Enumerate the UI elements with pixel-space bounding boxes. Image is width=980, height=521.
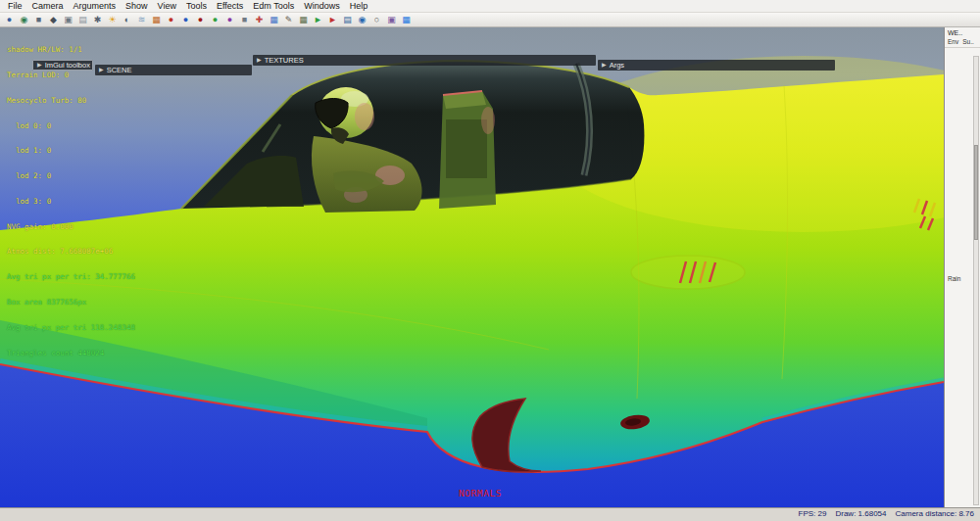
debug-line: Atmos dist: 7.668087e+06 (7, 248, 135, 257)
document-icon[interactable]: ▤ (76, 14, 89, 26)
menu-view[interactable]: View (153, 0, 181, 12)
textures-panel-header[interactable]: ▶ TEXTURES (253, 55, 596, 66)
application-window: File Camera Arguments Show View Tools Ef… (0, 0, 980, 521)
draw-time: Draw: 1.68054 (835, 508, 886, 521)
grid-blue-icon[interactable]: ▦ (400, 14, 413, 26)
fog-icon[interactable]: ≋ (135, 14, 148, 26)
chevron-right-icon: ▶ (99, 65, 104, 75)
right-side-panel: WE.. Env Su.. Rain (944, 26, 980, 508)
debug-line: lod 0: 0 (7, 122, 135, 131)
tab-su[interactable]: Su.. (962, 38, 974, 45)
flag-red-icon[interactable]: ► (326, 14, 339, 26)
menu-tools[interactable]: Tools (181, 0, 212, 12)
status-bar: FPS: 29 Draw: 1.68054 Camera distance: 8… (0, 507, 980, 521)
scrollbar-thumb[interactable] (974, 145, 978, 240)
textures-panel-label: TEXTURES (265, 55, 304, 66)
chevron-right-icon: ▶ (602, 60, 607, 71)
record-icon[interactable]: ● (194, 14, 207, 26)
debug-line: NVG gain: 0.000 (7, 223, 135, 232)
chevron-right-icon: ▶ (37, 60, 42, 71)
world-icon[interactable]: ◉ (356, 14, 368, 26)
debug-line: Triangles count 448024 (7, 350, 135, 358)
menu-bar: File Camera Arguments Show View Tools Ef… (0, 0, 980, 13)
menu-camera[interactable]: Camera (27, 0, 69, 12)
camera-icon[interactable]: ◆ (47, 14, 60, 26)
toolbar: ● ◉ ■ ◆ ▣ ▤ ✱ ☀ ◐ ≋ ▦ ● ● ● ● ● ■ ✚ ▦ ✎ … (0, 13, 980, 27)
edit-pencil-icon[interactable]: ✎ (282, 14, 295, 26)
grid-icon[interactable]: ▦ (268, 14, 280, 26)
fps-counter: FPS: 29 (799, 508, 827, 521)
debug-line: shadow HR/LW: 1/1 (7, 46, 135, 55)
debug-line: lod 2: 0 (7, 172, 135, 181)
cube-icon[interactable]: ■ (238, 14, 251, 26)
screenshot-icon[interactable]: ▣ (62, 14, 74, 26)
debug-line: Avg tri px per tri: 34.777766 (7, 273, 135, 282)
sun-light-icon[interactable]: ☀ (106, 14, 119, 26)
aircraft-normals-render (0, 26, 944, 508)
menu-windows[interactable]: Windows (299, 0, 345, 12)
render-mode-label: NORMALS (419, 488, 541, 498)
debug-line: Avg tri px per tri 118.248348 (7, 324, 135, 333)
imgui-toolbox-label: ImGui toolbox (45, 60, 90, 71)
imgui-toolbox-header[interactable]: ▶ ImGui toolbox (32, 60, 93, 71)
save-icon[interactable]: ■ (32, 14, 45, 26)
debug-line: Mesocyclo Turb: 80 (7, 97, 135, 106)
menu-file[interactable]: File (3, 0, 27, 12)
right-panel-scrollbar[interactable] (973, 56, 979, 505)
ejection-seat (439, 91, 496, 209)
chart-icon[interactable]: ▤ (341, 14, 354, 26)
material-icon[interactable]: ● (209, 14, 221, 26)
menu-edm-tools[interactable]: Edm Tools (248, 0, 299, 12)
3d-viewport[interactable]: shadow HR/LW: 1/1 Terrain LOD: 0 Mesocyc… (0, 26, 944, 508)
axes-icon[interactable]: ✚ (253, 14, 266, 26)
camera-distance: Camera distance: 8.76 (896, 508, 975, 521)
flag-green-icon[interactable]: ► (312, 14, 324, 26)
chevron-right-icon: ▶ (257, 55, 262, 66)
play-icon[interactable]: ● (179, 14, 192, 26)
menu-help[interactable]: Help (345, 0, 373, 12)
menu-effects[interactable]: Effects (212, 0, 248, 12)
right-panel-title: WE.. (945, 26, 980, 37)
rain-item-label[interactable]: Rain (948, 275, 960, 282)
scene-panel-header[interactable]: ▶ SCENE (95, 65, 252, 75)
menu-show[interactable]: Show (121, 0, 153, 12)
args-panel-label: Args (610, 60, 624, 71)
tab-env[interactable]: Env (948, 38, 958, 45)
settings-gear-icon[interactable]: ✱ (91, 14, 104, 26)
search-icon[interactable]: ○ (370, 14, 383, 26)
right-panel-tabs: Env Su.. (945, 37, 980, 48)
debug-stats-overlay: shadow HR/LW: 1/1 Terrain LOD: 0 Mesocyc… (7, 29, 135, 374)
layers-icon[interactable]: ▣ (385, 14, 398, 26)
sphere-purple-icon[interactable]: ● (223, 14, 236, 26)
shadow-icon[interactable]: ◐ (121, 14, 133, 26)
scene-panel-label: SCENE (107, 65, 132, 75)
wireframe-icon[interactable]: ▦ (297, 14, 310, 26)
stop-icon[interactable]: ● (165, 14, 177, 26)
debug-line: lod 3: 0 (7, 198, 135, 207)
debug-line: Box area 8377656px (7, 299, 135, 308)
fuselage-side-pod (631, 256, 745, 289)
scene-sphere-icon[interactable]: ● (3, 14, 16, 26)
palette-icon[interactable]: ▦ (150, 14, 163, 26)
debug-line: lod 1: 0 (7, 147, 135, 156)
globe-icon[interactable]: ◉ (18, 14, 30, 26)
menu-arguments[interactable]: Arguments (69, 0, 122, 12)
args-panel-header[interactable]: ▶ Args (598, 60, 835, 71)
